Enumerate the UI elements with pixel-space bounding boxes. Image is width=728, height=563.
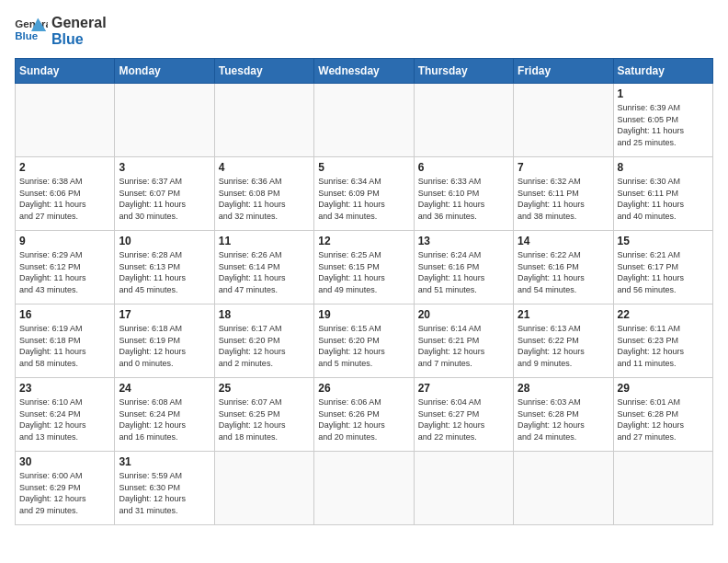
calendar-cell: 17Sunrise: 6:18 AM Sunset: 6:19 PM Dayli… <box>115 304 214 378</box>
day-info: Sunrise: 6:08 AM Sunset: 6:24 PM Dayligh… <box>119 396 210 442</box>
day-number: 9 <box>19 235 110 247</box>
day-info: Sunrise: 6:34 AM Sunset: 6:09 PM Dayligh… <box>318 176 409 222</box>
day-number: 14 <box>518 235 609 247</box>
day-number: 26 <box>318 382 409 395</box>
day-info: Sunrise: 6:15 AM Sunset: 6:20 PM Dayligh… <box>318 323 409 369</box>
calendar-cell: 21Sunrise: 6:13 AM Sunset: 6:22 PM Dayli… <box>514 304 613 378</box>
page-header: General Blue General Blue <box>15 15 713 47</box>
calendar-cell: 22Sunrise: 6:11 AM Sunset: 6:23 PM Dayli… <box>613 304 712 378</box>
calendar-cell: 10Sunrise: 6:28 AM Sunset: 6:13 PM Dayli… <box>115 231 214 304</box>
calendar-week-2: 2Sunrise: 6:38 AM Sunset: 6:06 PM Daylig… <box>16 157 713 231</box>
weekday-header-wednesday: Wednesday <box>314 59 414 84</box>
day-info: Sunrise: 6:25 AM Sunset: 6:15 PM Dayligh… <box>318 249 409 295</box>
day-number: 28 <box>518 382 609 395</box>
day-number: 19 <box>318 308 409 321</box>
day-number: 4 <box>219 161 310 174</box>
calendar-cell <box>514 84 613 157</box>
day-info: Sunrise: 6:36 AM Sunset: 6:08 PM Dayligh… <box>219 176 310 222</box>
weekday-header-friday: Friday <box>514 59 613 84</box>
calendar-cell: 11Sunrise: 6:26 AM Sunset: 6:14 PM Dayli… <box>214 231 313 304</box>
calendar-header: SundayMondayTuesdayWednesdayThursdayFrid… <box>16 59 713 84</box>
calendar-cell: 28Sunrise: 6:03 AM Sunset: 6:28 PM Dayli… <box>514 378 613 452</box>
day-info: Sunrise: 6:21 AM Sunset: 6:17 PM Dayligh… <box>618 249 709 295</box>
day-number: 11 <box>219 235 310 247</box>
day-number: 24 <box>119 382 210 395</box>
calendar-cell: 6Sunrise: 6:33 AM Sunset: 6:10 PM Daylig… <box>414 157 513 231</box>
logo-blue: Blue <box>51 31 107 48</box>
calendar-week-4: 16Sunrise: 6:19 AM Sunset: 6:18 PM Dayli… <box>16 304 713 378</box>
day-info: Sunrise: 6:01 AM Sunset: 6:28 PM Dayligh… <box>618 396 709 442</box>
logo-general: General <box>51 15 107 31</box>
day-info: Sunrise: 6:14 AM Sunset: 6:21 PM Dayligh… <box>418 323 509 369</box>
day-number: 18 <box>219 308 310 321</box>
day-info: Sunrise: 6:19 AM Sunset: 6:18 PM Dayligh… <box>19 323 110 369</box>
calendar-cell: 8Sunrise: 6:30 AM Sunset: 6:11 PM Daylig… <box>613 157 712 231</box>
logo: General Blue General Blue <box>15 15 107 47</box>
day-number: 6 <box>418 161 509 174</box>
calendar-cell: 3Sunrise: 6:37 AM Sunset: 6:07 PM Daylig… <box>115 157 214 231</box>
calendar-cell: 23Sunrise: 6:10 AM Sunset: 6:24 PM Dayli… <box>16 378 115 452</box>
day-info: Sunrise: 6:37 AM Sunset: 6:07 PM Dayligh… <box>119 176 210 222</box>
calendar-cell <box>414 452 513 525</box>
day-info: Sunrise: 6:04 AM Sunset: 6:27 PM Dayligh… <box>418 396 509 442</box>
day-info: Sunrise: 6:26 AM Sunset: 6:14 PM Dayligh… <box>219 249 310 295</box>
day-number: 1 <box>618 87 709 100</box>
day-number: 16 <box>19 308 110 321</box>
logo-icon: General Blue <box>15 17 48 46</box>
calendar-cell: 19Sunrise: 6:15 AM Sunset: 6:20 PM Dayli… <box>314 304 414 378</box>
calendar-cell: 24Sunrise: 6:08 AM Sunset: 6:24 PM Dayli… <box>115 378 214 452</box>
weekday-header-thursday: Thursday <box>414 59 513 84</box>
day-info: Sunrise: 6:03 AM Sunset: 6:28 PM Dayligh… <box>518 396 609 442</box>
day-number: 10 <box>119 235 210 247</box>
day-info: Sunrise: 6:00 AM Sunset: 6:29 PM Dayligh… <box>19 470 110 516</box>
day-number: 3 <box>119 161 210 174</box>
day-number: 30 <box>19 455 110 468</box>
day-info: Sunrise: 6:10 AM Sunset: 6:24 PM Dayligh… <box>19 396 110 442</box>
calendar-cell: 12Sunrise: 6:25 AM Sunset: 6:15 PM Dayli… <box>314 231 414 304</box>
day-number: 23 <box>19 382 110 395</box>
calendar-cell: 16Sunrise: 6:19 AM Sunset: 6:18 PM Dayli… <box>16 304 115 378</box>
svg-text:Blue: Blue <box>15 29 39 40</box>
day-info: Sunrise: 5:59 AM Sunset: 6:30 PM Dayligh… <box>119 470 210 516</box>
calendar-cell: 13Sunrise: 6:24 AM Sunset: 6:16 PM Dayli… <box>414 231 513 304</box>
weekday-header-sunday: Sunday <box>16 59 115 84</box>
day-number: 21 <box>518 308 609 321</box>
calendar-cell <box>314 452 414 525</box>
calendar-week-6: 30Sunrise: 6:00 AM Sunset: 6:29 PM Dayli… <box>16 452 713 525</box>
calendar-week-3: 9Sunrise: 6:29 AM Sunset: 6:12 PM Daylig… <box>16 231 713 304</box>
day-number: 25 <box>219 382 310 395</box>
calendar-cell: 5Sunrise: 6:34 AM Sunset: 6:09 PM Daylig… <box>314 157 414 231</box>
calendar-cell: 18Sunrise: 6:17 AM Sunset: 6:20 PM Dayli… <box>214 304 313 378</box>
weekday-header-tuesday: Tuesday <box>214 59 313 84</box>
day-info: Sunrise: 6:07 AM Sunset: 6:25 PM Dayligh… <box>219 396 310 442</box>
calendar-cell: 31Sunrise: 5:59 AM Sunset: 6:30 PM Dayli… <box>115 452 214 525</box>
day-info: Sunrise: 6:32 AM Sunset: 6:11 PM Dayligh… <box>518 176 609 222</box>
calendar-cell: 25Sunrise: 6:07 AM Sunset: 6:25 PM Dayli… <box>214 378 313 452</box>
day-info: Sunrise: 6:11 AM Sunset: 6:23 PM Dayligh… <box>618 323 709 369</box>
calendar-cell <box>514 452 613 525</box>
calendar-cell: 4Sunrise: 6:36 AM Sunset: 6:08 PM Daylig… <box>214 157 313 231</box>
day-number: 13 <box>418 235 509 247</box>
day-number: 22 <box>618 308 709 321</box>
calendar-cell <box>613 452 712 525</box>
day-info: Sunrise: 6:28 AM Sunset: 6:13 PM Dayligh… <box>119 249 210 295</box>
day-info: Sunrise: 6:38 AM Sunset: 6:06 PM Dayligh… <box>19 176 110 222</box>
calendar-cell: 2Sunrise: 6:38 AM Sunset: 6:06 PM Daylig… <box>16 157 115 231</box>
calendar-cell: 9Sunrise: 6:29 AM Sunset: 6:12 PM Daylig… <box>16 231 115 304</box>
day-info: Sunrise: 6:13 AM Sunset: 6:22 PM Dayligh… <box>518 323 609 369</box>
day-info: Sunrise: 6:22 AM Sunset: 6:16 PM Dayligh… <box>518 249 609 295</box>
weekday-header-monday: Monday <box>115 59 214 84</box>
weekday-header-saturday: Saturday <box>613 59 712 84</box>
calendar-cell: 1Sunrise: 6:39 AM Sunset: 6:05 PM Daylig… <box>613 84 712 157</box>
calendar-cell: 15Sunrise: 6:21 AM Sunset: 6:17 PM Dayli… <box>613 231 712 304</box>
day-info: Sunrise: 6:29 AM Sunset: 6:12 PM Dayligh… <box>19 249 110 295</box>
weekday-header-row: SundayMondayTuesdayWednesdayThursdayFrid… <box>16 59 713 84</box>
calendar-table: SundayMondayTuesdayWednesdayThursdayFrid… <box>15 58 713 525</box>
calendar-cell <box>314 84 414 157</box>
day-number: 20 <box>418 308 509 321</box>
day-number: 7 <box>518 161 609 174</box>
day-number: 8 <box>618 161 709 174</box>
calendar-cell <box>214 84 313 157</box>
day-number: 31 <box>119 455 210 468</box>
day-number: 27 <box>418 382 509 395</box>
